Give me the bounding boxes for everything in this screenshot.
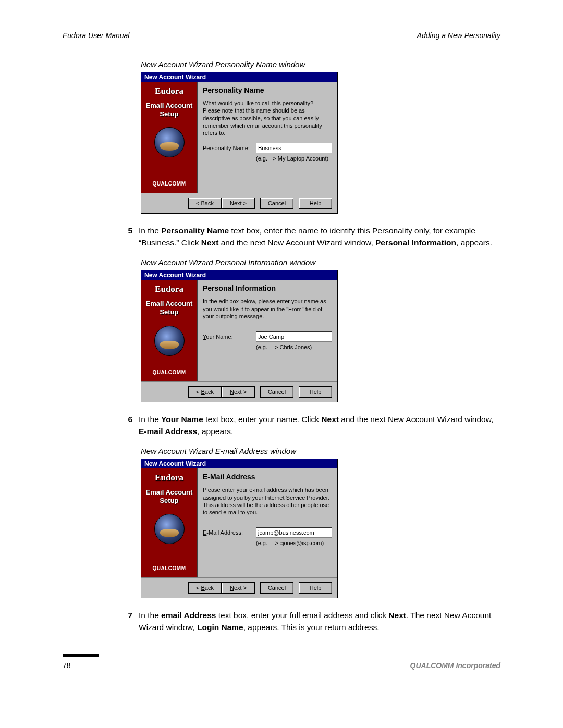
window-titlebar: New Account Wizard [141, 459, 337, 468]
example-text: (e.g. --> My Laptop Account) [256, 155, 332, 162]
qualcomm-logo: QUALCOMM [153, 369, 186, 377]
brand-logo: Eudora [155, 473, 183, 483]
wizard-sidebar: Eudora Email Account Setup QUALCOMM [141, 280, 198, 381]
brand-logo: Eudora [155, 284, 183, 294]
help-button[interactable]: Help [299, 582, 332, 594]
email-address-input[interactable] [256, 527, 332, 538]
header-rule [63, 44, 500, 44]
mascot-icon [154, 127, 185, 157]
your-name-label: Your Name: [203, 334, 253, 340]
qualcomm-logo: QUALCOMM [153, 181, 186, 189]
example-text: (e.g. ---> Chris Jones) [256, 344, 332, 350]
next-button[interactable]: Next > [222, 386, 255, 398]
wizard-heading: E-Mail Address [203, 473, 332, 481]
wizard-description: What would you like to call this persona… [203, 100, 332, 137]
personality-name-input[interactable] [256, 143, 332, 153]
cancel-button[interactable]: Cancel [260, 198, 293, 209]
qualcomm-logo: QUALCOMM [153, 565, 186, 573]
help-button[interactable]: Help [299, 198, 332, 209]
header-left: Eudora User Manual [63, 31, 129, 40]
caption-2: New Account Wizard Personal Information … [141, 258, 500, 267]
caption-1: New Account Wizard Personality Name wind… [141, 60, 500, 69]
email-address-label: E-Mail Address: [203, 529, 253, 536]
sidebar-subtitle: Email Account Setup [146, 300, 193, 316]
mascot-icon [154, 326, 185, 356]
step-5: 5 In the Personality Name text box, ente… [63, 225, 500, 249]
back-button[interactable]: < Back [188, 198, 222, 209]
personality-name-label: Personality Name: [203, 145, 253, 151]
window-titlebar: New Account Wizard [141, 270, 337, 280]
wizard-heading: Personality Name [203, 86, 332, 94]
mascot-icon [154, 514, 185, 544]
brand-logo: Eudora [155, 86, 183, 96]
cancel-button[interactable]: Cancel [260, 386, 293, 398]
window-titlebar: New Account Wizard [141, 72, 337, 82]
step-7: 7 In the email Address text box, enter y… [63, 610, 500, 633]
header-right: Adding a New Personality [417, 31, 500, 40]
wizard-personality-name: New Account Wizard Eudora Email Account … [141, 72, 338, 214]
step-6: 6 In the Your Name text box, enter your … [63, 414, 500, 437]
wizard-sidebar: Eudora Email Account Setup QUALCOMM [141, 468, 198, 577]
back-button[interactable]: < Back [188, 582, 222, 594]
wizard-description: Please enter your e-mail address which h… [203, 486, 332, 516]
cancel-button[interactable]: Cancel [260, 582, 293, 594]
wizard-email-address: New Account Wizard Eudora Email Account … [141, 459, 338, 598]
wizard-sidebar: Eudora Email Account Setup QUALCOMM [141, 82, 198, 193]
wizard-description: In the edit box below, please enter your… [203, 298, 332, 320]
next-button[interactable]: Next > [222, 582, 255, 594]
caption-3: New Account Wizard E-mail Address window [141, 447, 500, 455]
help-button[interactable]: Help [299, 386, 332, 398]
next-button[interactable]: Next > [222, 198, 255, 209]
corp-footer: QUALCOMM Incorporated [410, 661, 500, 670]
example-text: (e.g. ---> cjones@isp.com) [256, 540, 332, 546]
page-number: 78 [63, 661, 99, 670]
back-button[interactable]: < Back [188, 386, 222, 398]
wizard-personal-information: New Account Wizard Eudora Email Account … [141, 270, 338, 402]
sidebar-subtitle: Email Account Setup [146, 102, 193, 118]
sidebar-subtitle: Email Account Setup [146, 488, 193, 504]
footer-bar [63, 654, 99, 657]
your-name-input[interactable] [256, 331, 332, 342]
wizard-heading: Personal Information [203, 284, 332, 292]
